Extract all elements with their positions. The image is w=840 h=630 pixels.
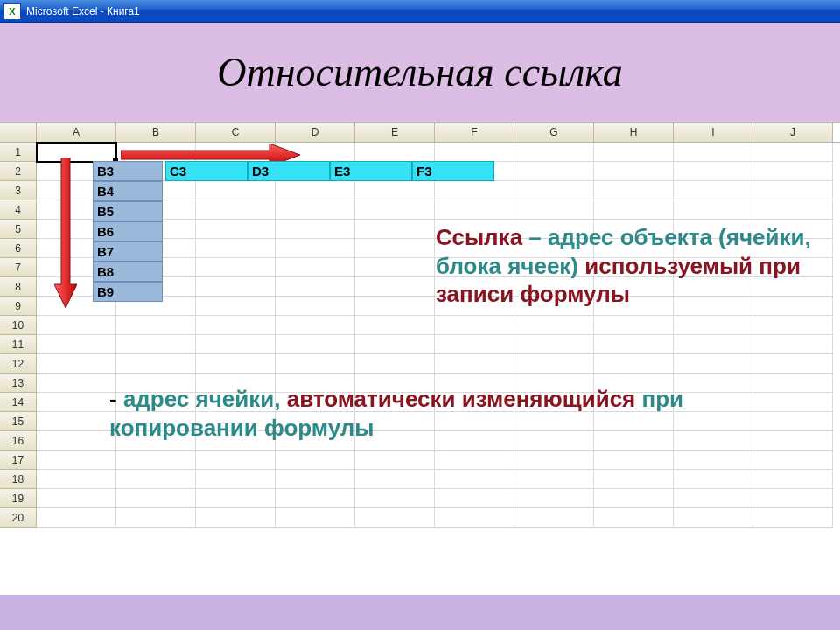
row-header[interactable]: 19 bbox=[0, 489, 37, 508]
cell[interactable] bbox=[276, 258, 355, 277]
cell[interactable] bbox=[674, 508, 753, 528]
cell[interactable] bbox=[276, 354, 355, 374]
cell[interactable] bbox=[514, 181, 594, 200]
cell[interactable] bbox=[196, 200, 276, 220]
cell[interactable] bbox=[116, 470, 196, 489]
cell[interactable] bbox=[37, 374, 116, 393]
cell[interactable] bbox=[594, 181, 674, 200]
cell[interactable] bbox=[37, 489, 116, 508]
cell[interactable] bbox=[276, 335, 355, 354]
cell[interactable] bbox=[435, 470, 514, 489]
cell[interactable] bbox=[514, 354, 594, 374]
cell[interactable] bbox=[355, 220, 435, 239]
row-header[interactable]: 5 bbox=[0, 220, 37, 239]
cell[interactable] bbox=[355, 297, 435, 316]
column-header[interactable]: D bbox=[276, 122, 355, 142]
cell[interactable] bbox=[753, 143, 833, 162]
cell[interactable] bbox=[37, 335, 116, 354]
cell[interactable] bbox=[674, 181, 753, 200]
cell[interactable] bbox=[514, 470, 594, 489]
cell[interactable] bbox=[435, 508, 514, 528]
cell[interactable] bbox=[276, 220, 355, 239]
cell[interactable] bbox=[674, 489, 753, 508]
cell[interactable] bbox=[753, 200, 833, 220]
cell[interactable] bbox=[594, 470, 674, 489]
cell[interactable] bbox=[355, 354, 435, 374]
cell[interactable] bbox=[435, 316, 514, 335]
cell[interactable] bbox=[355, 143, 435, 162]
cell[interactable] bbox=[435, 354, 514, 374]
cell[interactable] bbox=[674, 354, 753, 374]
row-header[interactable]: 16 bbox=[0, 431, 37, 451]
cell[interactable] bbox=[116, 508, 196, 528]
cell[interactable] bbox=[276, 181, 355, 200]
cell[interactable] bbox=[116, 489, 196, 508]
cell[interactable] bbox=[753, 181, 833, 200]
cell[interactable] bbox=[116, 335, 196, 354]
cell[interactable] bbox=[355, 200, 435, 220]
cell[interactable] bbox=[674, 316, 753, 335]
row-header[interactable]: 11 bbox=[0, 335, 37, 354]
cell[interactable] bbox=[116, 451, 196, 470]
row-header[interactable]: 20 bbox=[0, 508, 37, 528]
cell[interactable] bbox=[355, 239, 435, 258]
cell[interactable] bbox=[753, 374, 833, 393]
cell[interactable] bbox=[753, 508, 833, 528]
cell[interactable] bbox=[37, 354, 116, 374]
cell[interactable] bbox=[753, 489, 833, 508]
cell[interactable] bbox=[196, 316, 276, 335]
cell[interactable] bbox=[674, 470, 753, 489]
cell[interactable] bbox=[514, 316, 594, 335]
row-header[interactable]: 17 bbox=[0, 451, 37, 470]
cell[interactable] bbox=[276, 470, 355, 489]
row-header[interactable]: 2 bbox=[0, 162, 37, 181]
select-all-corner[interactable] bbox=[0, 122, 37, 142]
cell[interactable] bbox=[594, 508, 674, 528]
cell[interactable] bbox=[276, 239, 355, 258]
cell[interactable] bbox=[276, 451, 355, 470]
cell[interactable] bbox=[674, 335, 753, 354]
cell[interactable] bbox=[514, 162, 594, 181]
cell[interactable] bbox=[674, 200, 753, 220]
cell[interactable] bbox=[514, 335, 594, 354]
column-header[interactable]: B bbox=[116, 122, 196, 142]
column-header[interactable]: I bbox=[674, 122, 753, 142]
cell[interactable] bbox=[594, 200, 674, 220]
cell[interactable] bbox=[196, 220, 276, 239]
cell[interactable] bbox=[435, 181, 514, 200]
cell[interactable] bbox=[753, 412, 833, 431]
cell[interactable] bbox=[753, 316, 833, 335]
cell[interactable] bbox=[674, 162, 753, 181]
row-header[interactable]: 7 bbox=[0, 258, 37, 277]
row-header[interactable]: 9 bbox=[0, 297, 37, 316]
cell[interactable] bbox=[196, 335, 276, 354]
cell[interactable] bbox=[276, 316, 355, 335]
row-header[interactable]: 12 bbox=[0, 354, 37, 374]
cell[interactable] bbox=[514, 508, 594, 528]
cell[interactable] bbox=[594, 162, 674, 181]
cell[interactable] bbox=[435, 143, 514, 162]
cell[interactable] bbox=[37, 316, 116, 335]
cell[interactable] bbox=[753, 393, 833, 412]
cell[interactable] bbox=[355, 258, 435, 277]
cell[interactable] bbox=[355, 277, 435, 297]
row-header[interactable]: 6 bbox=[0, 239, 37, 258]
row-header[interactable]: 10 bbox=[0, 316, 37, 335]
cell[interactable] bbox=[514, 143, 594, 162]
column-header[interactable]: G bbox=[514, 122, 594, 142]
cell[interactable] bbox=[196, 354, 276, 374]
column-header[interactable]: H bbox=[594, 122, 674, 142]
column-header[interactable]: A bbox=[37, 122, 116, 142]
row-header[interactable]: 18 bbox=[0, 470, 37, 489]
cell[interactable] bbox=[594, 335, 674, 354]
cell[interactable] bbox=[674, 143, 753, 162]
cell[interactable] bbox=[37, 393, 116, 412]
row-header[interactable]: 8 bbox=[0, 277, 37, 297]
cell[interactable] bbox=[594, 489, 674, 508]
cell[interactable] bbox=[355, 489, 435, 508]
cell[interactable] bbox=[116, 354, 196, 374]
cell[interactable] bbox=[753, 354, 833, 374]
row-header[interactable]: 15 bbox=[0, 412, 37, 431]
cell[interactable] bbox=[196, 297, 276, 316]
column-header[interactable]: F bbox=[435, 122, 514, 142]
